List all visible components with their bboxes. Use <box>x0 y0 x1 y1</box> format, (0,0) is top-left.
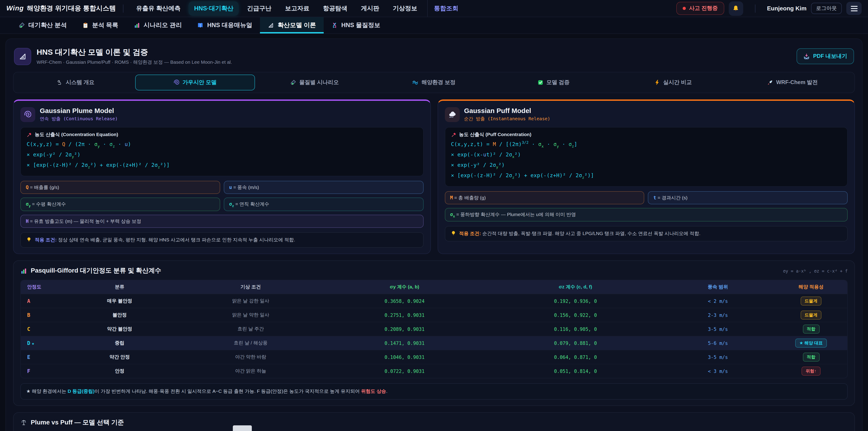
nav-item-3[interactable]: 보고자료 <box>280 1 315 16</box>
cell-badge: 드물게 <box>775 308 847 322</box>
puff-note-label: 적용 조건: <box>459 231 481 236</box>
equation-line-1: × exp(-(x-ut)² / 2σx²) <box>451 150 841 160</box>
book-icon <box>197 22 204 29</box>
subnav-tab-label: 확산모델 이론 <box>278 21 316 29</box>
cell-sz: 0.116, 0.905, 0 <box>490 324 661 334</box>
plume-equation-lines: C(x,y,z) = Q / (2π · σy · σz · u)× exp(-… <box>27 140 417 171</box>
section-tab-label: 시스템 개요 <box>66 79 94 86</box>
cell-klass: 약간 불안정 <box>57 324 182 335</box>
section-tab-6[interactable]: WRF-Chem 발전 <box>733 74 852 90</box>
incident-badge-label: 사고 진행중 <box>689 4 718 12</box>
cell-weather: 맑은 날 약한 일사 <box>182 310 319 320</box>
logo-text: 해양환경 위기대응 통합시스템 <box>27 4 116 13</box>
nav-item-1[interactable]: HNS·대기확산 <box>189 1 239 16</box>
nav-item-2[interactable]: 긴급구난 <box>242 1 277 16</box>
gaussian-puff-card: Gaussian Puff Model 순간 방출 (Instantaneous… <box>437 99 855 254</box>
plume-note-label: 적용 조건: <box>35 237 57 243</box>
stability-table-card: Pasquill-Gifford 대기안정도 분류 및 확산계수 σy = a·… <box>13 260 855 406</box>
logo-mark: Wing <box>6 4 24 12</box>
puff-card-icon-box <box>445 107 460 122</box>
applicability-badge: 적합 <box>803 325 819 334</box>
top-navigation-bar: Wing 해양환경 위기대응 통합시스템 유출유 확산예측HNS·대기확산긴급구… <box>0 0 868 17</box>
model-selection-title-wrap: Plume vs Puff — 모델 선택 기준 <box>20 419 848 427</box>
spiral-icon <box>24 111 32 118</box>
app-logo[interactable]: Wing 해양환경 위기대응 통합시스템 <box>6 4 116 13</box>
param-desc: = 수평 확산계수 <box>31 201 66 207</box>
puff-card-subtitle: 순간 방출 (Instantaneous Release) <box>464 116 550 122</box>
param-0: Q = 배출률 (g/s) <box>20 181 220 194</box>
subnav-tabs: 대기확산 분석분석 목록시나리오 관리HNS 대응매뉴얼확산모델 이론HNS 물… <box>0 17 868 34</box>
cell-sz: 0.192, 0.936, 0 <box>490 296 661 306</box>
nav-item-5[interactable]: 게시판 <box>355 1 385 16</box>
equation-line-1: × exp(-y² / 2σy²) <box>27 150 417 160</box>
plume-card-subtitle: 연속 방출 (Continuous Release) <box>40 116 118 122</box>
subnav-tab-1[interactable]: 분석 목록 <box>74 17 126 33</box>
section-tab-4[interactable]: 모델 검증 <box>494 74 613 90</box>
incident-dot-icon <box>683 7 686 10</box>
section-tab-3[interactable]: 해양환경 보정 <box>374 74 494 90</box>
section-tab-5[interactable]: 실시간 비교 <box>613 74 733 90</box>
equation-line-2: × exp(-y² / 2σy²) <box>451 160 841 171</box>
table-column-header-5: 풍속 범위 <box>661 280 775 294</box>
section-tab-2[interactable]: 물질별 시나리오 <box>255 74 374 90</box>
equation-line-0: C(x,y,z,t) = M / [(2π)3/2 · σx · σy · σz… <box>451 140 841 150</box>
applicability-badge: 위험↑ <box>802 367 820 376</box>
stability-table-title: Pasquill-Gifford 대기안정도 분류 및 확산계수 <box>31 267 161 275</box>
table-row-F: F안정야간 맑은 하늘0.0722, 0.90310.051, 0.814, 0… <box>21 364 847 378</box>
subnav-tab-2[interactable]: 시나리오 관리 <box>126 17 190 33</box>
subnav-tab-5[interactable]: HNS 물질정보 <box>324 17 388 33</box>
param-symbol: M <box>450 195 453 200</box>
section-tab-label: 해양환경 보정 <box>422 79 456 86</box>
cell-klass: 불안정 <box>57 310 182 320</box>
applicability-badge: 드물게 <box>801 311 822 319</box>
subnav-tab-label: 대기확산 분석 <box>29 21 67 29</box>
puff-equation-lines: C(x,y,z,t) = M / [(2π)3/2 · σx · σy · σz… <box>451 140 841 182</box>
set-square-icon <box>268 22 274 29</box>
pdf-export-icon <box>803 53 809 59</box>
puff-cloud-icon <box>448 111 456 118</box>
subnav-tab-label: 분석 목록 <box>92 21 119 29</box>
cell-sy: 0.3658, 0.9024 <box>319 296 490 306</box>
clipboard-icon <box>82 22 89 29</box>
section-tab-0[interactable]: 시스템 개요 <box>16 74 135 90</box>
plume-equation-block: 농도 산출식 (Concentration Equation) C(x,y,z)… <box>20 127 423 177</box>
sigma-formula-note: σy = a·xᵇ , σz = c·xᵈ + f <box>783 268 848 273</box>
cell-badge: 위험↑ <box>775 364 847 378</box>
subnav-tab-label: HNS 대응매뉴얼 <box>207 21 252 29</box>
param-4: H = 유효 방출고도 (m) — 물리적 높이 + 부력 상승 보정 <box>20 215 423 228</box>
table-column-header-2: 기상 조건 <box>182 280 319 294</box>
subnav-tab-4[interactable]: 확산모델 이론 <box>260 17 324 33</box>
cell-sz: 0.079, 0.881, 0 <box>490 338 661 348</box>
stability-grade: F <box>21 366 57 376</box>
scales-icon <box>20 419 27 426</box>
param-symbol: σy <box>26 201 31 207</box>
user-name: Eunjeong Kim <box>767 5 807 12</box>
nav-item-4[interactable]: 항공탐색 <box>318 1 353 16</box>
gaussian-plume-card: Gaussian Plume Model 연속 방출 (Continuous R… <box>13 99 431 254</box>
pdf-export-button[interactable]: PDF 내보내기 <box>796 49 854 64</box>
param-symbol: σx <box>450 212 455 217</box>
subnav-tab-0[interactable]: 대기확산 분석 <box>11 17 74 33</box>
plume-card-icon-box <box>20 107 35 122</box>
page-header-texts: HNS 대기확산 모델 이론 및 검증 WRF-Chem · Gaussian … <box>37 47 232 65</box>
nav-item-0[interactable]: 유출유 확산예측 <box>131 1 186 16</box>
incident-status-badge[interactable]: 사고 진행중 <box>677 2 724 15</box>
puff-note: 적용 조건: 순간적 대량 방출, 폭발·탱크 파열. 해양 사고 중 LPG/… <box>445 226 848 242</box>
nav-divider <box>123 4 123 12</box>
nav-item-6[interactable]: 기상정보 <box>388 1 423 16</box>
cell-wind: < 2 m/s <box>661 296 775 306</box>
logout-button[interactable]: 로그아웃 <box>811 3 842 14</box>
section-tab-1[interactable]: 가우시안 모델 <box>135 74 255 90</box>
equation-line-3: × [exp(-(z-H)² / 2σz²) + exp(-(z+H)² / 2… <box>451 171 841 182</box>
param-symbol: u <box>229 184 232 190</box>
subnav-tab-3[interactable]: HNS 대응매뉴얼 <box>190 17 260 33</box>
cell-badge: 적합 <box>775 350 847 364</box>
cell-weather: 맑은 날 강한 일사 <box>182 296 319 306</box>
nav-item-integrated-search[interactable]: 통합조회 <box>434 4 458 12</box>
notifications-button[interactable] <box>728 1 743 16</box>
param-symbol: Q <box>26 184 29 190</box>
hamburger-menu-button[interactable] <box>846 2 862 15</box>
table-column-header-6: 해양 적용성 <box>775 280 847 294</box>
model-cards-row: Gaussian Plume Model 연속 방출 (Continuous R… <box>13 99 855 254</box>
table-row-B: B불안정맑은 날 약한 일사0.2751, 0.90310.156, 0.922… <box>21 308 847 322</box>
